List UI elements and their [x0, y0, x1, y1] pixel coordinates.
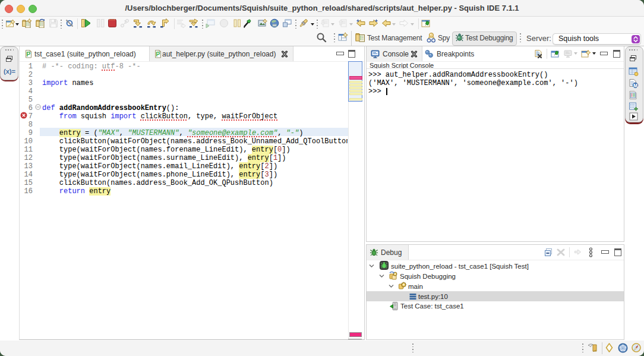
svg-text:P: P — [156, 51, 160, 58]
svg-text:M: M — [633, 83, 637, 89]
svg-text:P: P — [26, 51, 30, 58]
